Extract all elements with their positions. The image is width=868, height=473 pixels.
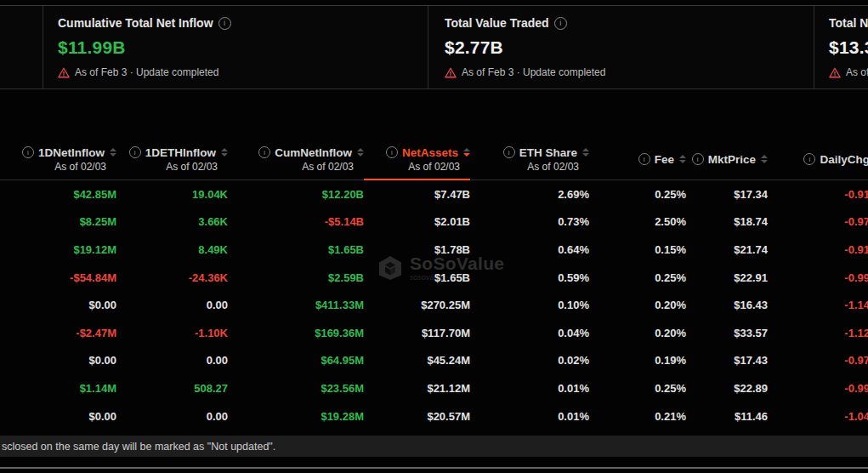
table-cell: -24.36K bbox=[116, 271, 228, 284]
column-header-fee[interactable]: iFee bbox=[589, 139, 686, 180]
info-icon[interactable]: i bbox=[258, 146, 270, 158]
stat-card-status-text: As of Feb 3 · Update completed bbox=[75, 66, 218, 78]
table-row[interactable]: $0.000.00$411.33M$270.25M0.10%0.20%$16.4… bbox=[0, 291, 868, 319]
table-cell: $1.14M bbox=[0, 382, 116, 395]
column-header-cumnetinflow[interactable]: iCumNetInflowAs of 02/03 bbox=[228, 139, 364, 180]
warning-icon bbox=[58, 67, 70, 78]
table-cell: -1.12 bbox=[768, 327, 868, 339]
table-cell: $2.01B bbox=[364, 215, 470, 228]
info-icon[interactable]: i bbox=[386, 146, 398, 158]
column-header-1dnetinflow[interactable]: i1DNetInflowAs of 02/03 bbox=[0, 139, 116, 180]
stat-card-value: $11.99B bbox=[58, 37, 169, 58]
stat-card-status: As of Feb 3 · Update completed bbox=[445, 66, 581, 78]
info-icon[interactable]: i bbox=[129, 146, 141, 158]
table-cell: $64.95M bbox=[228, 354, 364, 367]
table-cell: 19.04K bbox=[116, 188, 228, 201]
table-body: $42.85M19.04K$12.20B$7.47B2.69%0.25%$17.… bbox=[0, 180, 868, 430]
table-cell: $1.65B bbox=[364, 271, 470, 284]
table-cell: $8.25M bbox=[0, 215, 116, 228]
stat-card-status: As of Feb 3 · Update completed bbox=[58, 66, 169, 78]
table-row[interactable]: $42.85M19.04K$12.20B$7.47B2.69%0.25%$17.… bbox=[0, 180, 868, 208]
table-cell: 0.19% bbox=[589, 354, 686, 367]
column-header-eth-share[interactable]: iETH ShareAs of 02/03 bbox=[470, 139, 589, 180]
stat-card-value: $13.3 bbox=[829, 37, 868, 58]
table-row[interactable]: $0.000.00$64.95M$45.24M0.02%0.19%$17.43-… bbox=[0, 347, 868, 375]
column-header-1dethinflow[interactable]: i1DETHInflowAs of 02/03 bbox=[116, 139, 228, 180]
table-cell: $12.20B bbox=[228, 188, 364, 201]
table-cell: $0.00 bbox=[0, 410, 116, 423]
column-header-netassets[interactable]: iNetAssetsAs of 02/03 bbox=[364, 139, 470, 180]
table-cell: 508.27 bbox=[116, 382, 228, 395]
sort-carets-icon[interactable] bbox=[110, 148, 116, 157]
active-column-underline bbox=[364, 179, 470, 180]
table-cell: 2.50% bbox=[589, 215, 686, 228]
stat-card-cumulative-net-inflow: Cumulative Total Net Inflow i $11.99B As… bbox=[58, 6, 169, 78]
table-cell: -1.10K bbox=[116, 327, 228, 339]
stat-card-total-value-traded: Total Value Traded i $2.77B As of Feb 3 … bbox=[445, 6, 581, 78]
table-cell: $2.59B bbox=[228, 271, 364, 284]
column-header-dailychg[interactable]: iDailyChg bbox=[768, 139, 868, 180]
stat-card-status-text: As of bbox=[846, 66, 868, 78]
stats-strip: Cumulative Total Net Inflow i $11.99B As… bbox=[0, 5, 868, 89]
column-label: 1DETHInflow bbox=[145, 146, 216, 159]
info-icon[interactable]: i bbox=[554, 17, 567, 30]
table-cell: 0.04% bbox=[470, 327, 589, 339]
table-cell: $0.00 bbox=[0, 354, 116, 367]
table-row[interactable]: -$2.47M-1.10K$169.36M$117.70M0.04%0.20%$… bbox=[0, 319, 868, 347]
sort-carets-icon[interactable] bbox=[582, 148, 589, 157]
table-cell: $411.33M bbox=[228, 299, 364, 311]
table-cell: $42.85M bbox=[0, 188, 116, 201]
table-cell: $23.56M bbox=[228, 382, 364, 395]
column-as-of-label: As of 02/03 bbox=[166, 161, 218, 173]
table-cell: 0.25% bbox=[589, 188, 686, 201]
table-cell: -$5.14B bbox=[228, 215, 364, 228]
table-cell: -0.97 bbox=[768, 354, 868, 367]
info-icon[interactable]: i bbox=[218, 17, 231, 30]
column-label: MktPrice bbox=[708, 153, 756, 166]
table-cell: $117.70M bbox=[364, 327, 470, 339]
table-row[interactable]: -$54.84M-24.36K$2.59B$1.65B0.59%0.25%$22… bbox=[0, 264, 868, 292]
sort-carets-icon[interactable] bbox=[357, 148, 364, 157]
info-icon[interactable]: i bbox=[638, 153, 650, 165]
table-cell: $21.74 bbox=[686, 243, 768, 256]
table-cell: $45.24M bbox=[364, 354, 470, 367]
table-cell: $20.57M bbox=[364, 410, 470, 423]
table-cell: $0.00 bbox=[0, 299, 116, 311]
table-cell: $19.28M bbox=[228, 410, 364, 423]
bottom-divider bbox=[0, 467, 868, 469]
sort-carets-icon[interactable] bbox=[463, 148, 470, 157]
stat-card-title-text: Total Value Traded bbox=[445, 16, 549, 30]
table-cell: $1.78B bbox=[364, 243, 470, 256]
table-row[interactable]: $1.14M508.27$23.56M$21.12M0.01%0.25%$22.… bbox=[0, 374, 868, 402]
info-icon[interactable]: i bbox=[692, 153, 704, 165]
table-cell: -0.91 bbox=[768, 243, 868, 256]
card-divider bbox=[43, 6, 43, 88]
info-icon[interactable]: i bbox=[22, 146, 34, 158]
table-cell: 0.00 bbox=[116, 354, 228, 367]
table-cell: -1.14 bbox=[768, 299, 868, 311]
table-cell: 2.69% bbox=[470, 188, 589, 201]
footer-note-text: sclosed on the same day will be marked a… bbox=[2, 441, 275, 453]
warning-icon bbox=[445, 67, 457, 78]
table-row[interactable]: $19.12M8.49K$1.65B$1.78B0.64%0.15%$21.74… bbox=[0, 236, 868, 264]
table-cell: -0.99 bbox=[768, 382, 868, 395]
sort-carets-icon[interactable] bbox=[761, 155, 768, 163]
table-row[interactable]: $0.000.00$19.28M$20.57M0.01%0.21%$11.46-… bbox=[0, 402, 868, 430]
column-label: NetAssets bbox=[402, 146, 458, 159]
sort-carets-icon[interactable] bbox=[221, 148, 228, 157]
table-cell: $17.34 bbox=[686, 188, 768, 201]
column-as-of-label: As of 02/03 bbox=[54, 161, 106, 173]
stat-card-total-net-assets-cropped: Total N $13.3 As of bbox=[829, 6, 868, 78]
column-as-of-label: As of 02/03 bbox=[527, 161, 579, 173]
table-cell: $1.65B bbox=[228, 243, 364, 256]
stat-card-title-text: Cumulative Total Net Inflow bbox=[58, 16, 213, 30]
table-cell: 0.59% bbox=[470, 271, 589, 284]
table-row[interactable]: $8.25M3.66K-$5.14B$2.01B0.73%2.50%$18.74… bbox=[0, 208, 868, 236]
info-icon[interactable]: i bbox=[803, 153, 815, 165]
sort-carets-icon[interactable] bbox=[679, 155, 686, 163]
info-icon[interactable]: i bbox=[503, 146, 515, 158]
stat-card-status: As of bbox=[829, 66, 868, 78]
column-header-mktprice[interactable]: iMktPrice bbox=[686, 139, 768, 180]
table-cell: $33.57 bbox=[686, 327, 768, 339]
column-label: CumNetInflow bbox=[275, 146, 352, 159]
